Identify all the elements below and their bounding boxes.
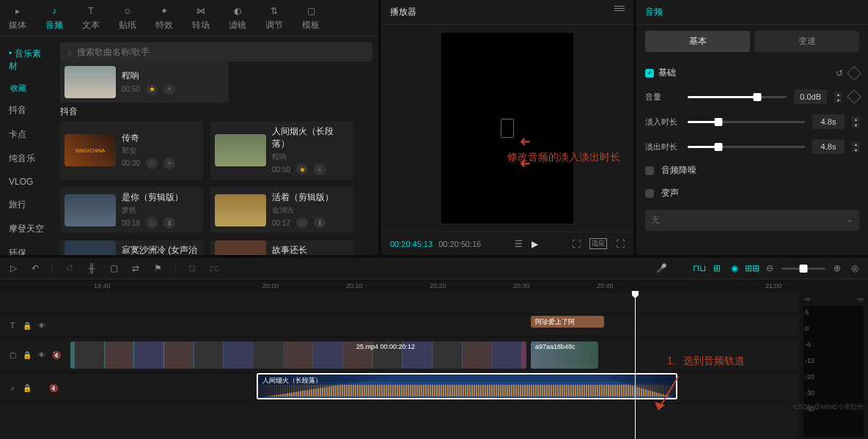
sidebar-music-materials[interactable]: • 音乐素材 xyxy=(0,43,54,78)
tab-effects[interactable]: ✦特效 xyxy=(152,3,176,33)
mute-icon[interactable]: 🔇 xyxy=(48,383,59,394)
fit-icon[interactable]: ◎ xyxy=(849,262,861,274)
favorite-button[interactable]: ☆ xyxy=(296,217,308,229)
keyframe-icon[interactable] xyxy=(847,89,861,104)
spin-down[interactable]: ▾ xyxy=(852,147,859,152)
cursor-icon[interactable]: ▷ xyxy=(7,262,19,274)
add-button[interactable]: + xyxy=(163,84,175,95)
tab-sticker[interactable]: ☺贴纸 xyxy=(116,3,139,33)
text-clip[interactable]: 阿珍爱上了阿 xyxy=(531,316,604,328)
fadein-slider[interactable] xyxy=(688,121,805,123)
delete-icon[interactable]: ▢ xyxy=(108,262,119,274)
tab-filter[interactable]: ◐滤镜 xyxy=(226,3,249,33)
fadein-value[interactable]: 4.8s xyxy=(812,114,845,129)
voice-checkbox[interactable] xyxy=(645,189,654,198)
menu-icon[interactable] xyxy=(614,6,625,18)
ratio-icon[interactable]: 适应 xyxy=(589,238,607,249)
caption-icon[interactable]: cc xyxy=(208,262,220,274)
tab-adjust[interactable]: ⇅调节 xyxy=(262,3,286,33)
favorite-button[interactable]: ★ xyxy=(146,84,158,95)
spin-down[interactable]: ▾ xyxy=(852,122,859,128)
tab-basic[interactable]: 基本 xyxy=(645,31,750,52)
tab-media[interactable]: ▸媒体 xyxy=(6,3,29,33)
mute-icon[interactable]: 🔇 xyxy=(51,350,62,361)
lock-icon[interactable]: 🔒 xyxy=(22,383,32,394)
featured-track[interactable]: 程响 00:50 ★ + xyxy=(60,62,229,103)
video-clip[interactable]: a97aa18b48c xyxy=(531,342,598,369)
video-clip[interactable]: 25.mp4 00:00:20:12 xyxy=(70,342,526,369)
flag-icon[interactable]: ⚑ xyxy=(152,262,163,274)
add-button[interactable]: + xyxy=(314,163,326,175)
sidebar-item[interactable]: 纯音乐 xyxy=(0,147,54,170)
track-card[interactable]: 活着（剪辑版）金润吉00:17☆⬇ xyxy=(210,187,353,233)
timeline-panel: ▷ ↶ | ↺ ╫ ▢ ⇄ ⚑ | ⊡ cc 🎤 ⊓⊔ ⊞ ◉ ⊞⊞ ⊖ ⊕ ◎… xyxy=(0,258,868,439)
volume-slider[interactable] xyxy=(688,96,787,98)
tab-speed[interactable]: 变速 xyxy=(754,31,859,52)
visible-icon[interactable]: 👁 xyxy=(37,350,47,361)
fadeout-row: 淡出时长 4.8s ▴▾ xyxy=(645,139,859,154)
track-card[interactable]: 寂寞沙洲冷 (女声治 xyxy=(60,240,203,255)
zoom-in-icon[interactable]: ⊕ xyxy=(831,262,843,274)
sidebar-item[interactable]: 抖音 xyxy=(0,99,54,122)
track-thumb xyxy=(215,240,266,255)
tab-text[interactable]: T文本 xyxy=(79,3,103,33)
spin-up[interactable]: ▴ xyxy=(852,117,859,122)
ripple-icon[interactable]: ⇄ xyxy=(130,262,141,274)
mic-icon[interactable]: 🎤 xyxy=(655,262,667,274)
voice-label: 变声 xyxy=(661,187,679,199)
favorite-button[interactable]: ☆ xyxy=(146,217,158,229)
visible-icon[interactable]: 👁 xyxy=(37,321,47,331)
lock-icon[interactable]: 🔒 xyxy=(22,321,32,331)
preview-icon[interactable]: ◉ xyxy=(729,262,740,274)
sidebar-favorites[interactable]: 收藏 xyxy=(0,79,54,97)
sidebar-item[interactable]: 环保 xyxy=(0,242,54,255)
track-card[interactable]: SING!CHINA 传奇郭安00:30☆+ xyxy=(60,121,203,180)
download-button[interactable]: ⬇ xyxy=(163,217,175,229)
crop-icon[interactable]: ⛶ xyxy=(572,239,581,249)
reset-icon[interactable]: ↺ xyxy=(836,68,843,78)
search-input[interactable] xyxy=(77,47,365,57)
zoom-slider[interactable] xyxy=(781,268,825,270)
zoom-out-icon[interactable]: ⊖ xyxy=(764,262,776,274)
sidebar-item[interactable]: 卡点 xyxy=(0,123,54,146)
keyframe-icon[interactable] xyxy=(847,66,861,81)
revert-icon[interactable]: ↺ xyxy=(64,262,76,274)
basic-checkbox[interactable]: ✓ xyxy=(645,69,654,78)
add-button[interactable]: + xyxy=(163,158,175,169)
link-icon[interactable]: ⊞ xyxy=(711,262,723,274)
magnet-icon[interactable]: ⊓⊔ xyxy=(694,262,705,274)
fadeout-slider[interactable] xyxy=(688,146,805,148)
denoise-checkbox[interactable] xyxy=(645,166,654,175)
playhead[interactable] xyxy=(635,292,636,439)
favorite-button[interactable]: ☆ xyxy=(146,158,158,169)
tracks-container: T 🔒 👁 阿珍爱上了阿 ▢ 🔒 👁 🔇 25.mp4 00:0 xyxy=(0,292,799,439)
download-button[interactable]: ⬇ xyxy=(314,217,326,229)
volume-value[interactable]: 0.0dB xyxy=(794,89,827,104)
fadeout-value[interactable]: 4.8s xyxy=(812,139,845,154)
voice-select[interactable]: 无 ⌄ xyxy=(645,210,859,231)
spin-up[interactable]: ▴ xyxy=(852,141,859,147)
spin-up[interactable]: ▴ xyxy=(834,92,842,97)
sidebar-item[interactable]: 旅行 xyxy=(0,193,54,216)
sidebar-item[interactable]: VLOG xyxy=(0,171,54,192)
lock-icon[interactable]: 🔒 xyxy=(22,350,32,361)
tab-template[interactable]: ▢模板 xyxy=(299,3,323,33)
track-card[interactable]: 人间烟火（长段落）程响00:50★+ xyxy=(210,121,353,180)
fullscreen-icon[interactable]: ⛶ xyxy=(616,239,625,249)
tab-audio[interactable]: ♪音频 xyxy=(43,3,66,33)
crop-icon[interactable]: ⊡ xyxy=(186,262,198,274)
tab-transition[interactable]: ⋈转场 xyxy=(189,3,213,33)
spin-down[interactable]: ▾ xyxy=(834,97,842,103)
search-box[interactable]: ⌕ xyxy=(60,43,372,62)
undo-icon[interactable]: ↶ xyxy=(29,262,41,274)
snap-icon[interactable]: ⊞⊞ xyxy=(746,262,758,274)
time-ruler[interactable]: 19:40 20:00 20:10 20:20 20:30 20:40 21:0… xyxy=(0,279,868,292)
play-button[interactable]: ▶ xyxy=(532,239,538,249)
track-card[interactable]: 故事还长 xyxy=(210,240,353,255)
audio-clip[interactable]: 人间烟火（长段落） xyxy=(257,373,677,399)
list-icon[interactable]: ☰ xyxy=(515,239,523,249)
split-icon[interactable]: ╫ xyxy=(86,262,98,274)
sidebar-item[interactable]: 摩登天空 xyxy=(0,218,54,240)
favorite-button[interactable]: ★ xyxy=(296,163,308,175)
track-card[interactable]: 是你（剪辑版）梦然00:18☆⬇ xyxy=(60,187,203,233)
